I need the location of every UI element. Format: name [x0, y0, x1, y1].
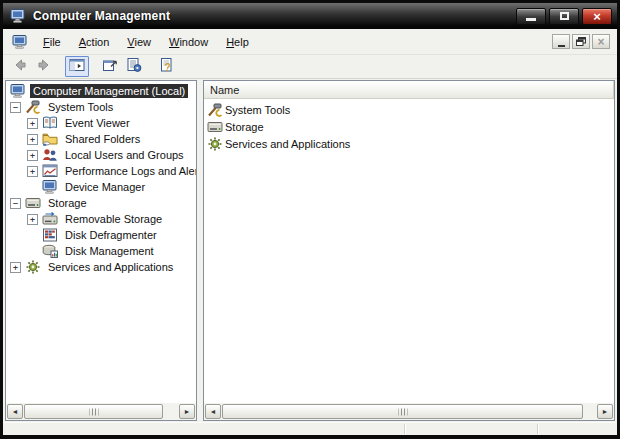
statusbar-separator [537, 424, 538, 434]
tree-item-label[interactable]: Removable Storage [62, 212, 165, 226]
tree-item-label[interactable]: Disk Management [62, 244, 157, 258]
minimize-button[interactable] [516, 8, 546, 25]
tree-item-shared-folders[interactable]: +Shared Folders [6, 131, 196, 147]
properties-button[interactable] [98, 56, 122, 77]
tree-item-label[interactable]: Disk Defragmenter [62, 228, 160, 242]
tree-item-computer-management-local[interactable]: Computer Management (Local) [6, 83, 196, 99]
expand-icon[interactable]: + [27, 118, 38, 129]
performance-icon [42, 163, 58, 179]
menubar: FileActionViewWindowHelp × [3, 29, 617, 55]
tree-item-local-users-and-groups[interactable]: +Local Users and Groups [6, 147, 196, 163]
menu-item-help[interactable]: Help [217, 33, 258, 51]
storage-icon [25, 195, 41, 211]
menu-item-view[interactable]: View [118, 33, 160, 51]
list-item-label: System Tools [225, 104, 290, 116]
computer-management-window: Computer Management × FileActionViewWind… [3, 3, 617, 435]
expand-icon[interactable]: + [27, 150, 38, 161]
event-viewer-icon [42, 115, 58, 131]
tree-item-label[interactable]: Shared Folders [62, 132, 143, 146]
tree-item-label[interactable]: Storage [45, 196, 90, 210]
tree-item-disk-management[interactable]: Disk Management [6, 243, 196, 259]
show-hide-console-tree-button[interactable] [65, 56, 89, 77]
scroll-track[interactable] [164, 404, 178, 419]
mdi-close-button[interactable]: × [592, 34, 610, 49]
help-button[interactable]: ? [155, 56, 179, 77]
expand-icon[interactable]: + [27, 166, 38, 177]
export-icon [126, 57, 142, 77]
details-list: System ToolsStorageServices and Applicat… [204, 99, 614, 152]
users-icon [42, 147, 58, 163]
forward-icon [36, 57, 52, 77]
tree-item-device-manager[interactable]: Device Manager [6, 179, 196, 195]
details-pane: Name System ToolsStorageServices and App… [203, 80, 615, 421]
list-item-services-and-applications[interactable]: Services and Applications [204, 135, 614, 152]
tree-item-storage[interactable]: −Storage [6, 195, 196, 211]
mdi-restore-button[interactable] [572, 34, 590, 49]
window-title: Computer Management [33, 9, 513, 23]
menu-item-window[interactable]: Window [160, 33, 217, 51]
tree-item-removable-storage[interactable]: +Removable Storage [6, 211, 196, 227]
scroll-right-arrow-icon[interactable]: ► [597, 404, 613, 419]
scroll-thumb[interactable] [24, 404, 163, 419]
menu-item-file[interactable]: File [34, 33, 70, 51]
scroll-left-arrow-icon[interactable]: ◄ [7, 404, 23, 419]
services-icon [207, 136, 223, 152]
export-list-button[interactable] [122, 56, 146, 77]
tree-item-label[interactable]: Performance Logs and Alerts [62, 164, 196, 178]
help-icon: ? [159, 57, 175, 77]
details-horizontal-scrollbar[interactable]: ◄ ► [204, 403, 614, 420]
scroll-right-arrow-icon[interactable]: ► [179, 404, 195, 419]
menu-items: FileActionViewWindowHelp [34, 33, 258, 51]
disk-management-icon [42, 243, 58, 259]
list-item-storage[interactable]: Storage [204, 118, 614, 135]
tree-item-services-and-applications[interactable]: +Services and Applications [6, 259, 196, 275]
tree-item-event-viewer[interactable]: +Event Viewer [6, 115, 196, 131]
tree-horizontal-scrollbar[interactable]: ◄ ► [6, 403, 196, 420]
window-frame: Computer Management × FileActionViewWind… [0, 0, 620, 439]
computer-icon [10, 83, 26, 99]
mdi-minimize-button[interactable] [552, 34, 570, 49]
defrag-icon [42, 227, 58, 243]
statusbar-separator [404, 424, 405, 434]
tree-item-system-tools[interactable]: −System Tools [6, 99, 196, 115]
menu-item-action[interactable]: Action [70, 33, 119, 51]
collapse-icon[interactable]: − [10, 198, 21, 209]
name-column-header[interactable]: Name [204, 81, 614, 99]
collapse-icon[interactable]: − [10, 102, 21, 113]
maximize-button[interactable] [549, 8, 579, 25]
removable-storage-icon [42, 211, 58, 227]
tree-item-disk-defragmenter[interactable]: Disk Defragmenter [6, 227, 196, 243]
toolbar: ? [3, 55, 617, 79]
tree-item-label[interactable]: Device Manager [62, 180, 148, 194]
properties-icon [102, 57, 118, 77]
close-button[interactable]: × [582, 8, 612, 25]
tree-item-label[interactable]: Computer Management (Local) [30, 84, 188, 98]
mdi-child-computer-icon [12, 34, 28, 50]
expand-icon[interactable]: + [27, 214, 38, 225]
mdi-minimize-icon [558, 45, 565, 47]
shared-folders-icon [42, 131, 58, 147]
back-icon [12, 57, 28, 77]
computer-icon [10, 8, 26, 24]
services-icon [25, 259, 41, 275]
tree-item-performance-logs-and-alerts[interactable]: +Performance Logs and Alerts [6, 163, 196, 179]
titlebar[interactable]: Computer Management × [3, 3, 617, 29]
expand-icon[interactable]: + [10, 262, 21, 273]
content-area: Computer Management (Local)−System Tools… [3, 79, 617, 422]
tools-icon [207, 102, 223, 118]
mdi-close-icon: × [597, 37, 604, 47]
tree-item-label[interactable]: Event Viewer [62, 116, 133, 130]
list-item-system-tools[interactable]: System Tools [204, 101, 614, 118]
scroll-thumb[interactable] [222, 404, 583, 419]
minimize-icon [526, 18, 536, 21]
scroll-left-arrow-icon[interactable]: ◄ [205, 404, 221, 419]
device-manager-icon [42, 179, 58, 195]
maximize-icon [560, 12, 569, 20]
forward-button [32, 56, 56, 77]
tree-item-label[interactable]: Local Users and Groups [62, 148, 187, 162]
expand-icon[interactable]: + [27, 134, 38, 145]
svg-text:?: ? [164, 61, 170, 72]
tree-item-label[interactable]: Services and Applications [45, 260, 176, 274]
storage-icon [207, 119, 223, 135]
tree-item-label[interactable]: System Tools [45, 100, 116, 114]
